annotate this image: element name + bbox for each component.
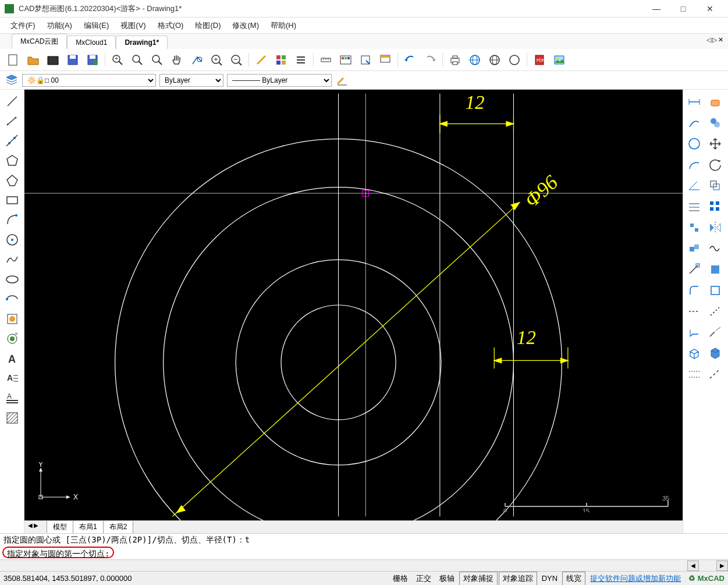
menu-file[interactable]: 文件(F) — [5, 18, 41, 33]
command-prompt[interactable]: 指定对象与圆的第一个切点: — [2, 547, 114, 558]
status-otrack[interactable]: 对象追踪 — [499, 572, 537, 586]
line-tool-icon[interactable] — [3, 92, 22, 111]
fillet-icon[interactable] — [684, 281, 704, 300]
zoom-minus-icon[interactable] — [129, 51, 146, 69]
status-lwt[interactable]: 线宽 — [562, 572, 585, 586]
line-draw-icon[interactable] — [253, 51, 270, 69]
image-icon[interactable] — [551, 51, 568, 69]
pan-hand-icon[interactable] — [168, 51, 186, 69]
dim-arc-icon[interactable] — [684, 155, 704, 175]
polygon-tool-icon[interactable] — [3, 151, 22, 170]
status-polar[interactable]: 极轴 — [436, 572, 458, 585]
menu-draw[interactable]: 绘图(D) — [189, 18, 226, 33]
zoom-window-icon[interactable] — [188, 51, 205, 69]
export-icon[interactable] — [377, 51, 394, 69]
linetype-select[interactable]: ByLayer — [159, 74, 223, 87]
box-3d-icon[interactable] — [684, 343, 704, 363]
leader-icon[interactable] — [684, 197, 704, 217]
layout-tab-2[interactable]: 布局2 — [103, 521, 134, 534]
save-as-icon[interactable] — [84, 51, 101, 69]
layer-color-icon[interactable] — [337, 51, 354, 69]
dim-radius-icon[interactable] — [684, 134, 704, 154]
maximize-button[interactable]: □ — [670, 0, 697, 17]
extend-icon[interactable] — [705, 281, 725, 300]
status-dyn[interactable]: DYN — [538, 573, 561, 584]
spline-tool-icon[interactable] — [3, 250, 22, 269]
copy-icon[interactable] — [705, 113, 725, 133]
edit-linetype-icon[interactable] — [335, 73, 349, 87]
status-osnap[interactable]: 对象捕捉 — [459, 572, 498, 586]
save-icon[interactable] — [64, 51, 81, 69]
dim-linear-icon[interactable] — [684, 92, 704, 112]
menu-format[interactable]: 格式(O) — [152, 18, 190, 33]
feedback-link[interactable]: 提交软件问题或增加新功能 — [587, 572, 684, 585]
ellipse-arc-tool-icon[interactable] — [3, 290, 22, 309]
gradient-icon[interactable] — [684, 260, 704, 279]
h-scrollbar[interactable]: ◀ ▶ — [0, 559, 728, 571]
status-ortho[interactable]: 正交 — [413, 572, 435, 585]
new-file-icon[interactable] — [5, 51, 22, 69]
dashed-icon[interactable] — [684, 302, 704, 321]
redo-icon[interactable] — [421, 51, 439, 69]
tab-close-icon[interactable]: ✕ — [718, 36, 723, 44]
menu-edit[interactable]: 编辑(E) — [78, 18, 115, 33]
layer-manager-icon[interactable] — [5, 73, 19, 87]
web-page-icon[interactable] — [506, 51, 523, 69]
scroll-left-icon[interactable]: ◀ — [687, 561, 699, 571]
measure-icon[interactable] — [317, 51, 335, 69]
dim-aligned-icon[interactable] — [684, 113, 704, 133]
zoom-plus-icon[interactable]: + — [109, 51, 126, 69]
lineweight-select[interactable]: ———— ByLayer — [227, 74, 332, 87]
layout-tab-model[interactable]: 模型 — [47, 521, 73, 534]
circle-tool-icon[interactable] — [3, 231, 22, 249]
erase-icon[interactable] — [705, 92, 725, 112]
ordinate-icon[interactable] — [684, 218, 704, 237]
mirror-icon[interactable] — [705, 218, 725, 237]
arc-tool-icon[interactable] — [3, 211, 22, 229]
array-rect-icon[interactable] — [705, 197, 725, 217]
doc-tab-cloud[interactable]: MxCAD云图 — [12, 34, 67, 49]
zoom-in-icon[interactable] — [208, 51, 225, 69]
polyline-tool-icon[interactable] — [3, 112, 22, 130]
web-globe-icon[interactable] — [486, 51, 503, 69]
menu-view[interactable]: 视图(V) — [115, 18, 151, 33]
wave-icon[interactable] — [705, 239, 725, 258]
doc-tab-mxcloud[interactable]: MxCloud1 — [67, 36, 116, 49]
mtext-icon[interactable]: A — [3, 369, 22, 388]
layout-next-icon[interactable]: ▶ — [34, 522, 38, 529]
rotate-icon[interactable] — [705, 155, 725, 175]
print-icon[interactable] — [446, 51, 464, 69]
offset-icon[interactable] — [705, 176, 725, 196]
block-insert-icon[interactable] — [3, 310, 22, 328]
break-icon[interactable] — [705, 322, 725, 342]
minimize-button[interactable]: — — [643, 0, 670, 17]
rect-tool-icon[interactable] — [3, 191, 22, 210]
menu-modify[interactable]: 修改(M) — [226, 18, 265, 33]
xline-tool-icon[interactable] — [3, 132, 22, 150]
ellipse-tool-icon[interactable] — [3, 270, 22, 289]
select-rect-icon[interactable] — [357, 51, 374, 69]
pentagon-tool-icon[interactable] — [3, 171, 22, 190]
pdf-export-icon[interactable]: PDF — [531, 51, 548, 69]
zoom-out-icon[interactable] — [228, 51, 245, 69]
dim-angle-icon[interactable] — [684, 176, 704, 196]
hatch-icon[interactable] — [3, 409, 22, 427]
layout-tab-1[interactable]: 布局1 — [73, 521, 104, 534]
undo-icon[interactable] — [402, 51, 419, 69]
cylinder-icon[interactable] — [705, 343, 725, 363]
dashed4-icon[interactable] — [705, 364, 725, 384]
dashed2-icon[interactable] — [705, 302, 725, 321]
block-ring-icon[interactable]: + — [3, 329, 22, 348]
block-icon[interactable] — [684, 239, 704, 258]
doc-tab-drawing1[interactable]: Drawing1* — [116, 36, 168, 49]
text-a-icon[interactable]: A — [3, 349, 22, 368]
open-file-icon[interactable] — [24, 51, 42, 69]
mtext-line-icon[interactable]: A — [3, 389, 22, 407]
scroll-right-icon[interactable]: ▶ — [716, 561, 728, 571]
layer-select[interactable]: 🔆🔒□ 00 — [22, 74, 156, 87]
chamfer-icon[interactable] — [684, 322, 704, 342]
globe-icon[interactable] — [466, 51, 484, 69]
dashed3-icon[interactable] — [684, 364, 704, 384]
menu-function[interactable]: 功能(A) — [41, 18, 78, 33]
trim-icon[interactable] — [705, 260, 725, 279]
